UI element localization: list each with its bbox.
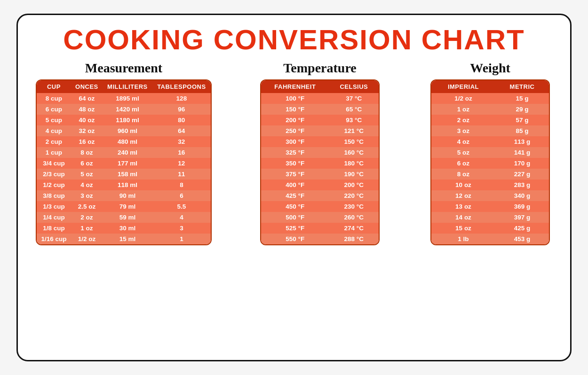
table-row: 1 cup8 oz240 ml16 [37,147,211,158]
temperature-table: FAHRENHEITCELSIUS 100 °F37 °C150 °F65 °C… [260,79,380,245]
weight-section: Weight IMPERIALMETRIC 1/2 oz15 g1 oz29 g… [424,61,556,245]
table-row: 550 °F288 °C [261,234,379,244]
table-row: 1/16 cup1/2 oz15 ml1 [37,234,211,244]
tables-row: Measurement CUPONCESMILLILITERSTABLESPOO… [32,61,556,351]
table-row: 8 oz227 g [431,169,549,180]
table-row: 15 oz425 g [431,223,549,234]
table-row: 4 oz113 g [431,136,549,147]
table-row: 6 cup48 oz1420 ml96 [37,104,211,115]
table-row: 3 oz85 g [431,125,549,136]
weight-table: IMPERIALMETRIC 1/2 oz15 g1 oz29 g2 oz57 … [430,79,550,245]
table-row: 1/8 cup1 oz30 ml3 [37,223,211,234]
table-row: 425 °F220 °C [261,190,379,201]
table-row: 14 oz397 g [431,212,549,223]
temperature-section: Temperature FAHRENHEITCELSIUS 100 °F37 °… [254,61,386,245]
table-row: 300 °F150 °C [261,136,379,147]
table-row: 3/4 cup6 oz177 ml12 [37,158,211,169]
measurement-section: Measurement CUPONCESMILLILITERSTABLESPOO… [32,61,215,245]
table-row: 12 oz340 g [431,190,549,201]
table-row: 350 °F180 °C [261,158,379,169]
table-row: 5 cup40 oz1180 ml80 [37,115,211,125]
page-title: COOKING CONVERSION CHART [63,23,524,56]
table-row: 375 °F190 °C [261,169,379,180]
table-row: 325 °F160 °C [261,147,379,158]
table-row: 450 °F230 °C [261,201,379,212]
table-row: 1 oz29 g [431,104,549,115]
table-row: 4 cup32 oz960 ml64 [37,125,211,136]
table-row: 5 oz141 g [431,147,549,158]
table-row: 200 °F93 °C [261,115,379,125]
temperature-title: Temperature [283,61,357,76]
table-row: 2 oz57 g [431,115,549,125]
table-row: 250 °F121 °C [261,125,379,136]
table-row: 6 oz170 g [431,158,549,169]
table-row: 1/2 cup4 oz118 ml8 [37,180,211,190]
table-row: 1/4 cup2 oz59 ml4 [37,212,211,223]
table-row: 1/3 cup2.5 oz79 ml5.5 [37,201,211,212]
main-card: COOKING CONVERSION CHART Measurement CUP… [16,14,572,361]
table-row: 525 °F274 °C [261,223,379,234]
weight-title: Weight [470,61,510,76]
table-row: 100 °F37 °C [261,93,379,104]
measurement-table: CUPONCESMILLILITERSTABLESPOONS 8 cup64 o… [36,79,212,245]
table-row: 13 oz369 g [431,201,549,212]
table-row: 1 lb453 g [431,234,549,244]
table-row: 10 oz283 g [431,180,549,190]
measurement-title: Measurement [85,61,162,76]
table-row: 1/2 oz15 g [431,93,549,104]
table-row: 2/3 cup5 oz158 ml11 [37,169,211,180]
table-row: 400 °F200 °C [261,180,379,190]
table-row: 8 cup64 oz1895 ml128 [37,93,211,104]
table-row: 150 °F65 °C [261,104,379,115]
table-row: 500 °F260 °C [261,212,379,223]
table-row: 3/8 cup3 oz90 ml6 [37,190,211,201]
table-row: 2 cup16 oz480 ml32 [37,136,211,147]
